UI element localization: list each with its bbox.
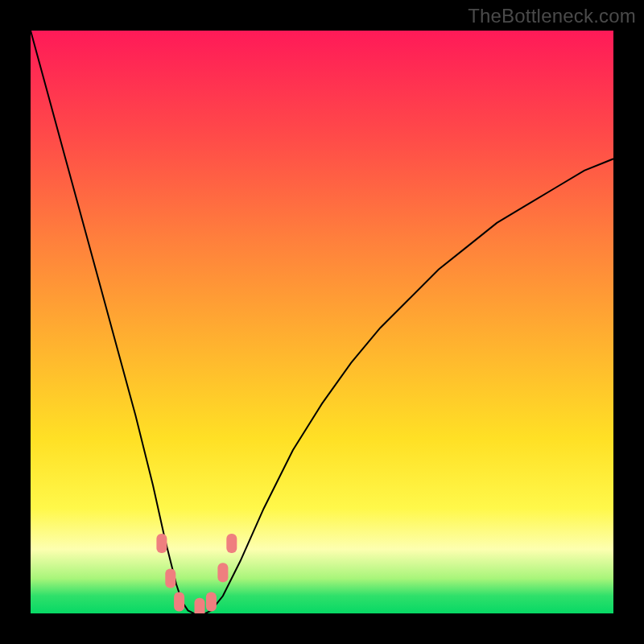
trough-marker — [226, 534, 237, 553]
trough-marker — [217, 563, 228, 582]
trough-marker — [174, 592, 184, 612]
trough-marker — [156, 534, 167, 553]
watermark-text: TheBottleneck.com — [468, 5, 636, 27]
gradient-plot-area — [31, 31, 613, 613]
bottleneck-curve — [31, 31, 613, 613]
trough-marker — [165, 569, 175, 588]
curve-overlay — [31, 31, 613, 613]
trough-marker — [206, 592, 217, 612]
trough-marker — [195, 598, 205, 613]
chart-frame: TheBottleneck.com — [0, 0, 644, 644]
trough-markers — [156, 534, 237, 613]
